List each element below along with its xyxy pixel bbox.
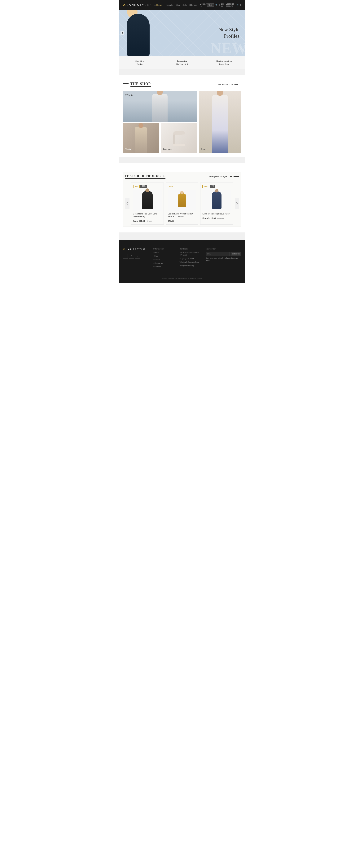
facebook-button[interactable]: f [129,254,134,259]
copyright-text: © 2016 Janestyle. All rights reserved. P… [123,278,241,279]
featured-accent-bar [234,176,239,177]
category-tshirts[interactable]: T-Shirts [123,91,197,122]
nav-products[interactable]: Products [165,4,173,6]
create-account-link[interactable]: Create an account [226,3,235,7]
site-header: ✕ JANESTYLE NEW Home Products Blog Sale … [119,0,245,10]
product-1-price: $49.00 [168,220,174,222]
hero-headline: New Style Profiles [218,26,239,39]
section-gap-3 [119,232,245,240]
search-icon[interactable]: 🔍 [215,4,218,6]
shop-accent-bar [123,83,128,84]
category-footwear[interactable]: Footwear [161,123,197,153]
footer-link-sitemap[interactable]: Sitemap [153,266,176,268]
hero-card-0-text: New Style Profiles [122,59,158,66]
footwear-label: Footwear [163,148,172,151]
hero-card-2-text: Retailer Janestyle: Brand Store [206,59,242,66]
product-card-2[interactable]: New -8% Esprit Men's Long Sleeve Jacket … [200,183,233,225]
nav-home[interactable]: Home [156,4,162,6]
twitter-button[interactable]: t [123,254,128,259]
newsletter-note: Stay up to date with all the latest Jane… [206,257,241,262]
shop-right-col: Jeans [199,91,241,153]
featured-section: FEATURED PRODUCTS Janestyle on Instagram… [119,166,245,232]
footer-logo-icon: ✕ [123,248,125,251]
see-all-collections-link[interactable]: See all collections ⟶ [218,83,238,86]
badge-discount-2: -8% [210,185,215,188]
heel-base [173,144,185,146]
nav-sale[interactable]: Sale [182,4,187,6]
footer-newsletter-col: Newsletter Subscribe Stay up to date wit… [206,248,241,269]
hero-card-0[interactable]: New Style Profiles [119,56,161,69]
footer-contacts-title: Contacts [180,248,202,250]
hero-person-image [121,12,155,56]
footer-information-col: Information Home Blog Search Contact us … [153,248,176,269]
badge-new-2: New [202,185,209,188]
section-gap-1 [119,69,245,75]
footer-address: 100 Warrenton St Boston, MA 02116 [180,251,202,256]
shop-vert-bar [241,81,241,88]
product-2-badges: New -8% [202,185,231,188]
hero-section: New Style Profiles NEW ❮ [119,10,245,56]
slider-prev-button[interactable]: ❮ [125,198,129,209]
category-shirts[interactable]: Shirts [123,123,159,153]
heel-post [173,134,175,144]
hero-text: New Style Profiles [218,26,239,39]
product-card-1[interactable]: New Edc By Esprit Women's Crew Neck Shor… [165,183,199,225]
products-grid: New -13% C In2 Men's Pop Color Long Slee… [129,183,235,225]
footer-logo-text: JANESTYLE [126,248,146,251]
pinterest-button[interactable]: p [135,254,140,259]
nav-sitemap[interactable]: Sitemap [189,4,197,6]
featured-title: FEATURED PRODUCTS [125,174,165,179]
footer-link-home[interactable]: Home [153,251,176,254]
subscribe-button[interactable]: Subscribe [231,252,241,256]
hero-prev-arrow[interactable]: ❮ [121,31,124,35]
hero-card-1[interactable]: Introducing Holiday 2016 [161,56,203,69]
badge-new-1: New [168,185,175,188]
cart-count: 0 [240,4,241,6]
logo-text: JANESTYLE [127,3,150,7]
login-link[interactable]: Log in [221,3,224,7]
featured-container: FEATURED PRODUCTS Janestyle on Instagram… [123,172,241,227]
newsletter-email-input[interactable] [206,252,230,256]
product-0-badges: New -13% [133,185,162,188]
product-2-pricing: From $110.00 $120.00 [202,216,231,220]
cart-icon[interactable]: 🛒 [236,4,239,6]
footer-socials: t f p [123,254,150,259]
shirts-figure [135,127,147,153]
currency-selector[interactable]: USD [207,3,214,7]
shop-section: THE SHOP See all collections ⟶ T-Shirts [119,75,245,157]
see-all-arrow-icon: ⟶ [234,83,238,86]
site-footer: ✕ JANESTYLE t f p Information Home Blog … [119,240,245,283]
product-0-image [133,190,162,211]
logo-icon: ✕ [123,3,126,7]
product-1-figure [178,193,186,207]
tshirts-image [123,91,197,122]
product-1-badges: New [168,185,196,188]
slider-next-button[interactable]: ❯ [235,198,239,209]
hero-card-2[interactable]: Retailer Janestyle: Brand Store [203,56,245,69]
products-slider: ❮ New -13% C In2 Men's Pop Color Long Sl… [125,183,239,225]
footer-information-title: Information [153,248,176,250]
logo-area[interactable]: ✕ JANESTYLE [123,3,150,7]
footer-link-contact[interactable]: Contact us [153,262,176,265]
footer-logo-area: ✕ JANESTYLE t f p [123,248,150,269]
footer-email-2: info@demolink.org [180,265,202,267]
product-2-price-old: $120.00 [217,218,223,219]
nav-contact[interactable]: Contact us [200,3,207,7]
footer-link-search[interactable]: Search [153,258,176,261]
product-1-name: Edc By Esprit Women's Crew Neck Short Sl… [168,213,196,218]
category-jeans[interactable]: Jeans [199,91,241,153]
instagram-link[interactable]: Janestyle on Instagram ⟶ [209,176,232,178]
shop-title: THE SHOP [130,82,151,87]
footer-link-blog[interactable]: Blog [153,255,176,257]
divider: | [219,4,220,6]
product-0-figure [142,191,153,209]
nav-blog[interactable]: Blog [176,4,180,6]
product-card-0[interactable]: New -13% C In2 Men's Pop Color Long Slee… [131,183,164,225]
footer-logo[interactable]: ✕ JANESTYLE [123,248,150,251]
product-0-name: C In2 Men's Pop Color Long Sleeve Henley [133,213,162,218]
jeans-figure [212,95,228,153]
featured-header: FEATURED PRODUCTS Janestyle on Instagram… [125,174,239,179]
tshirts-label: T-Shirts [125,94,133,97]
main-nav: Home Products Blog Sale Sitemap Contact … [156,3,207,7]
tshirts-figure [152,94,168,122]
